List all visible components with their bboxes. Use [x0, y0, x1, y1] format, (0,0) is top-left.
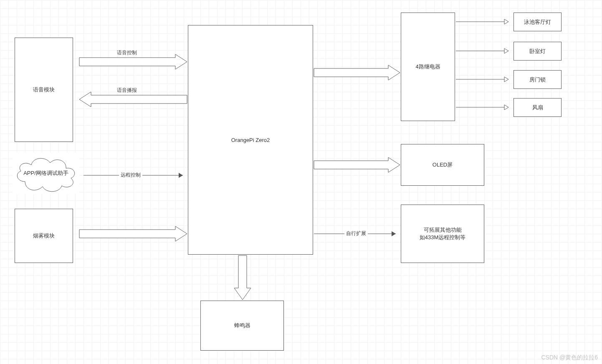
label-remote-control: 远程控制	[119, 172, 142, 179]
node-expand-line1: 可拓展其他功能	[424, 226, 462, 234]
node-oled-label: OLED屏	[433, 161, 453, 169]
label-self-expand: 自行扩展	[344, 230, 368, 237]
node-smoke-module-label: 烟雾模块	[33, 232, 55, 240]
node-out3-label: 房门锁	[529, 76, 546, 83]
label-voice-broadcast: 语音播报	[117, 87, 137, 94]
node-relay-label: 4路继电器	[415, 63, 440, 71]
node-voice-module: 语音模块	[15, 38, 73, 142]
node-voice-module-label: 语音模块	[33, 86, 55, 94]
node-out1: 泳池客厅灯	[513, 13, 562, 31]
watermark: CSDN @黄色的拉拉6	[541, 354, 598, 361]
node-expand-line2: 如433M远程控制等	[420, 234, 466, 241]
node-out1-label: 泳池客厅灯	[524, 18, 551, 26]
node-buzzer-label: 蜂鸣器	[234, 322, 250, 329]
node-app-network: APP/网络调试助手	[13, 152, 79, 194]
node-out2: 卧室灯	[513, 42, 562, 61]
node-out2-label: 卧室灯	[529, 48, 546, 55]
label-voice-control: 语音控制	[117, 49, 137, 56]
node-app-network-label: APP/网络调试助手	[23, 169, 68, 177]
node-out4: 风扇	[513, 98, 562, 117]
node-expand: 可拓展其他功能 如433M远程控制等	[401, 205, 484, 263]
node-central-label: OrangePi Zero2	[231, 137, 270, 143]
node-relay: 4路继电器	[401, 13, 455, 121]
node-oled: OLED屏	[401, 144, 484, 186]
node-out4-label: 风扇	[532, 104, 543, 111]
node-central: OrangePi Zero2	[188, 25, 313, 255]
node-buzzer: 蜂鸣器	[200, 301, 284, 351]
node-out3: 房门锁	[513, 70, 562, 89]
node-smoke-module: 烟雾模块	[15, 209, 73, 263]
